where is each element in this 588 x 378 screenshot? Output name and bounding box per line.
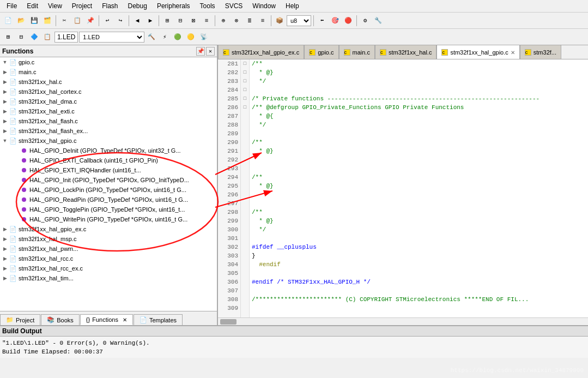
tab-close-icon[interactable]: ✕ [511, 50, 515, 56]
tree-expand-icon[interactable]: ▼ [1, 59, 9, 65]
save-button[interactable]: 💾 [28, 15, 40, 27]
tab-templates[interactable]: 📄 Templates [134, 314, 183, 325]
tree-expand-icon[interactable]: ▶ [1, 266, 9, 271]
tree-expand-icon[interactable]: ▶ [1, 128, 9, 134]
tree-row[interactable]: ▶📄stm32f1xx_hal_exti.c [0, 106, 217, 116]
tree-expand-icon[interactable]: ▶ [1, 79, 9, 85]
fold-marker[interactable]: □ [241, 86, 249, 94]
tree-row[interactable]: HAL_GPIO_Init (GPIO_TypeDef *GPIOx, GPIO… [0, 175, 217, 185]
tb2-btn-e[interactable]: 🔨 [146, 31, 157, 43]
tab-project[interactable]: 📁 Project [0, 314, 40, 325]
tree-row[interactable]: HAL_GPIO_WritePin (GPIO_TypeDef *GPIOx, … [0, 214, 217, 224]
btn-l[interactable]: 🔴 [342, 15, 354, 27]
btn-a[interactable]: ⊞ [161, 15, 173, 27]
btn-e[interactable]: ⊕ [217, 15, 229, 27]
tab-books[interactable]: 📚 Books [41, 314, 80, 325]
config-select[interactable]: 1.LED [79, 32, 144, 43]
code-content[interactable]: /** * @} */ /* Private functions -------… [250, 59, 588, 317]
editor-tab-hal[interactable]: c stm32f1xx_hal.c [375, 45, 437, 59]
scroll-thumb[interactable] [220, 319, 237, 325]
save-all-button[interactable]: 🗂️ [41, 15, 53, 27]
tree-row[interactable]: ▶📄stm32f1xx_hal.c [0, 77, 217, 87]
fold-marker[interactable]: □ [241, 59, 249, 68]
tree-expand-icon[interactable]: ▼ [1, 138, 9, 143]
tab-functions[interactable]: {} Functions ✕ [80, 314, 133, 325]
tree-row[interactable]: ▶📄stm32f1xx_hal_rcc_ex.c [0, 263, 217, 273]
copy-button[interactable]: 📋 [71, 15, 83, 27]
menu-tools[interactable]: Tools [196, 1, 220, 11]
tb2-btn-a[interactable]: ⊞ [2, 31, 14, 43]
tree-row[interactable]: ▶📄main.c [0, 67, 217, 77]
horizontal-scrollbar[interactable] [218, 317, 588, 325]
tree-expand-icon[interactable]: ▶ [1, 226, 9, 232]
type-select[interactable]: u8 u16 u32 [287, 15, 311, 26]
editor-content[interactable]: 2812822832842852862872882892902912922932… [218, 59, 588, 317]
btn-n[interactable]: 🔧 [372, 15, 384, 27]
btn-b[interactable]: ⊟ [174, 15, 186, 27]
menu-file[interactable]: File [2, 1, 21, 11]
tree-expand-icon[interactable]: ▶ [1, 246, 9, 251]
btn-c[interactable]: ⊠ [187, 15, 199, 27]
editor-tab-hal-gpio[interactable]: c stm32f1xx_hal_gpio.c ✕ [437, 45, 519, 59]
menu-peripherals[interactable]: Peripherals [153, 1, 195, 11]
tree-expand-icon[interactable]: ▶ [1, 118, 9, 124]
editor-tab-gpio-ex[interactable]: c stm32f1xx_hal_gpio_ex.c [218, 45, 304, 59]
editor-tab-extra[interactable]: c stm32f... [520, 45, 561, 59]
btn-h[interactable]: ≡ [257, 15, 269, 27]
menu-svcs[interactable]: SVCS [221, 1, 247, 11]
btn-g[interactable]: ≣ [244, 15, 256, 27]
tree-expand-icon[interactable]: ▶ [1, 89, 9, 94]
pin-button[interactable]: 📌 [196, 47, 205, 56]
fold-marker[interactable]: □ [241, 77, 249, 86]
tree-expand-icon[interactable]: ▶ [1, 109, 9, 114]
tree-row[interactable]: ▶📄stm32f1xx_hal_tim... [0, 273, 217, 283]
menu-debug[interactable]: Debug [124, 1, 151, 11]
tree-expand-icon[interactable]: ▶ [1, 236, 9, 242]
tree-expand-icon[interactable]: ▶ [1, 256, 9, 261]
nav-fwd-button[interactable]: ▶ [144, 15, 156, 27]
btn-m[interactable]: ⚙ [359, 15, 371, 27]
tree-row[interactable]: HAL_GPIO_TogglePin (GPIO_TypeDef *GPIOx,… [0, 205, 217, 214]
tb2-btn-d[interactable]: 📋 [41, 31, 53, 43]
nav-back-button[interactable]: ◀ [131, 15, 143, 27]
tree-expand-icon[interactable]: ▶ [1, 69, 9, 75]
tree-row[interactable]: ▶📄stm32f1xx_hal_cortex.c [0, 87, 217, 97]
menu-help[interactable]: Help [281, 1, 304, 11]
tb2-btn-g[interactable]: 🟢 [172, 31, 184, 43]
menu-flash[interactable]: Flash [98, 1, 122, 11]
editor-tab-main[interactable]: c main.c [339, 45, 375, 59]
tree-expand-icon[interactable]: ▶ [1, 99, 9, 104]
btn-i[interactable]: 📦 [274, 15, 286, 27]
tree-expand-icon[interactable]: ▶ [1, 275, 9, 281]
tb2-btn-i[interactable]: 📡 [198, 31, 210, 43]
fold-marker[interactable]: □ [241, 103, 249, 112]
tb2-btn-b[interactable]: ⊟ [15, 31, 27, 43]
paste-button[interactable]: 📌 [84, 15, 96, 27]
tree-row[interactable]: ▶📄stm32f1xx_hal_dma.c [0, 97, 217, 106]
btn-k[interactable]: 🎯 [329, 15, 341, 27]
tb2-btn-c[interactable]: 🔷 [28, 31, 40, 43]
tree-row[interactable]: HAL_GPIO_EXTI_IRQHandler (uint16_t... [0, 165, 217, 175]
tree-row[interactable]: ▶📄stm32f1xx_hal_pwm... [0, 244, 217, 254]
tb2-btn-h[interactable]: 🟡 [185, 31, 197, 43]
tree-row[interactable]: ▶📄stm32f1xx_hal_flash_ex... [0, 126, 217, 136]
fold-marker[interactable]: □ [241, 94, 249, 103]
tree-row[interactable]: ▶📄stm32f1xx_hal_rcc.c [0, 254, 217, 263]
tree-row[interactable]: HAL_GPIO_EXTI_Callback (uint16_t GPIO_Pi… [0, 155, 217, 165]
functions-tab-close[interactable]: ✕ [123, 317, 127, 323]
menu-view[interactable]: View [44, 1, 66, 11]
btn-f[interactable]: ⊗ [231, 15, 243, 27]
undo-button[interactable]: ↩ [101, 15, 113, 27]
tree-row[interactable]: ▼📄gpio.c [0, 57, 217, 67]
tree-row[interactable]: HAL_GPIO_DeInit (GPIO_TypeDef *GPIOx, ui… [0, 146, 217, 155]
tree-row[interactable]: ▶📄stm32f1xx_hal_flash.c [0, 116, 217, 126]
new-file-button[interactable]: 📄 [2, 15, 14, 27]
tree-row[interactable]: ▼📄stm32f1xx_hal_gpio.c [0, 136, 217, 146]
btn-d[interactable]: ≡ [201, 15, 213, 27]
menu-project[interactable]: Project [68, 1, 96, 11]
tb2-btn-f[interactable]: ⚡ [159, 31, 171, 43]
redo-button[interactable]: ↪ [114, 15, 126, 27]
tree-row[interactable]: HAL_GPIO_ReadPin (GPIO_TypeDef *GPIOx, u… [0, 195, 217, 205]
open-file-button[interactable]: 📂 [15, 15, 27, 27]
menu-edit[interactable]: Edit [22, 1, 43, 11]
